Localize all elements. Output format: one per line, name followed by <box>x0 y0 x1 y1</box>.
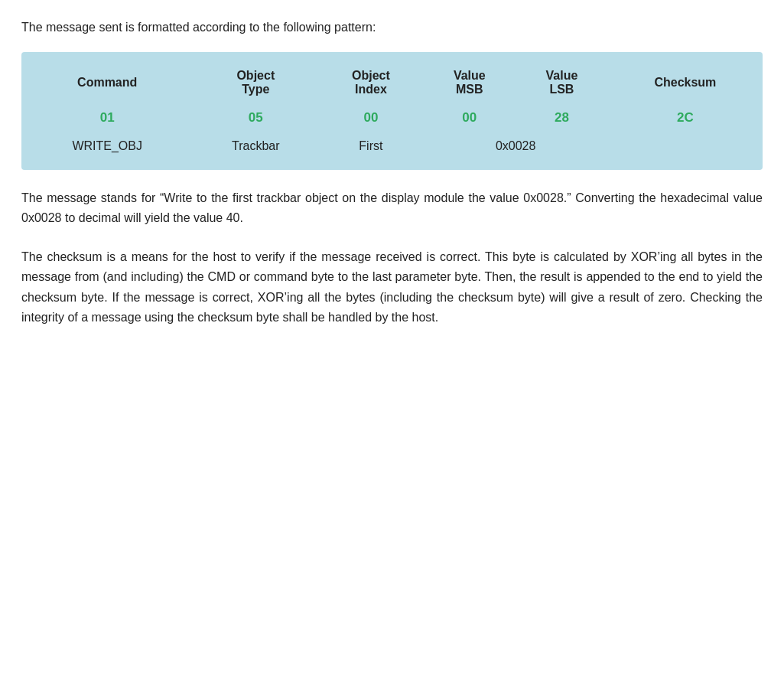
hex-value-msb: 00 <box>424 103 516 133</box>
hex-command: 01 <box>21 103 193 133</box>
header-object-index: Object Index <box>318 60 423 103</box>
hex-values-row: 01 05 00 00 28 2C <box>21 103 763 133</box>
header-value-msb: Value MSB <box>424 60 516 103</box>
header-checksum: Checksum <box>608 60 763 103</box>
paragraph-2: The checksum is a means for the host to … <box>21 247 763 328</box>
intro-paragraph: The message sent is formatted according … <box>21 18 763 37</box>
message-table-wrapper: Command Object Type Object Index Value M… <box>21 52 763 170</box>
desc-object-type: Trackbar <box>193 133 318 162</box>
paragraph-1: The message stands for “Write to the fir… <box>21 188 763 229</box>
desc-object-index: First <box>318 133 423 162</box>
desc-combined-value: 0x0028 <box>424 133 608 162</box>
hex-checksum: 2C <box>608 103 763 133</box>
desc-command: WRITE_OBJ <box>21 133 193 162</box>
header-command: Command <box>21 60 193 103</box>
hex-object-type: 05 <box>193 103 318 133</box>
table-header-row: Command Object Type Object Index Value M… <box>21 60 763 103</box>
hex-object-index: 00 <box>318 103 423 133</box>
description-row: WRITE_OBJ Trackbar First 0x0028 <box>21 133 763 162</box>
header-object-type: Object Type <box>193 60 318 103</box>
header-value-lsb: Value LSB <box>516 60 608 103</box>
message-table: Command Object Type Object Index Value M… <box>21 60 763 162</box>
hex-value-lsb: 28 <box>516 103 608 133</box>
desc-checksum-empty <box>608 133 763 162</box>
